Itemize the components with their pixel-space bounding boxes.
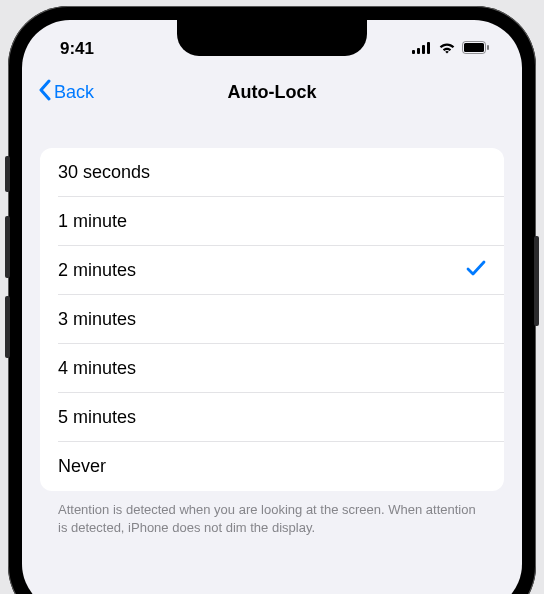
content: 30 seconds1 minute2 minutes3 minutes4 mi… bbox=[22, 114, 522, 536]
status-indicators bbox=[412, 39, 490, 59]
option-row[interactable]: 3 minutes bbox=[40, 295, 504, 344]
option-row[interactable]: 30 seconds bbox=[40, 148, 504, 197]
svg-rect-5 bbox=[464, 43, 484, 52]
svg-rect-6 bbox=[487, 45, 489, 50]
svg-rect-1 bbox=[417, 48, 420, 54]
option-label: 3 minutes bbox=[58, 309, 136, 330]
footer-text: Attention is detected when you are looki… bbox=[40, 491, 504, 536]
side-button bbox=[534, 236, 539, 326]
options-list: 30 seconds1 minute2 minutes3 minutes4 mi… bbox=[40, 148, 504, 491]
side-button bbox=[5, 296, 10, 358]
notch bbox=[177, 20, 367, 56]
page-title: Auto-Lock bbox=[228, 82, 317, 103]
option-label: 4 minutes bbox=[58, 358, 136, 379]
nav-bar: Back Auto-Lock bbox=[22, 70, 522, 114]
status-time: 9:41 bbox=[60, 39, 94, 59]
option-row[interactable]: 2 minutes bbox=[40, 246, 504, 295]
option-label: 2 minutes bbox=[58, 260, 136, 281]
cellular-icon bbox=[412, 39, 432, 59]
screen: 9:41 bbox=[22, 20, 522, 594]
option-row[interactable]: 5 minutes bbox=[40, 393, 504, 442]
option-row[interactable]: 4 minutes bbox=[40, 344, 504, 393]
option-row[interactable]: Never bbox=[40, 442, 504, 491]
battery-icon bbox=[462, 39, 490, 59]
device-frame: 9:41 bbox=[8, 6, 536, 594]
option-label: 1 minute bbox=[58, 211, 127, 232]
checkmark-icon bbox=[466, 259, 486, 282]
svg-rect-0 bbox=[412, 50, 415, 54]
svg-rect-2 bbox=[422, 45, 425, 54]
side-button bbox=[5, 216, 10, 278]
option-label: 30 seconds bbox=[58, 162, 150, 183]
wifi-icon bbox=[438, 39, 456, 59]
svg-rect-3 bbox=[427, 42, 430, 54]
option-label: Never bbox=[58, 456, 106, 477]
side-button bbox=[5, 156, 10, 192]
back-label: Back bbox=[54, 82, 94, 103]
back-button[interactable]: Back bbox=[38, 79, 94, 106]
option-row[interactable]: 1 minute bbox=[40, 197, 504, 246]
chevron-left-icon bbox=[38, 79, 52, 106]
option-label: 5 minutes bbox=[58, 407, 136, 428]
